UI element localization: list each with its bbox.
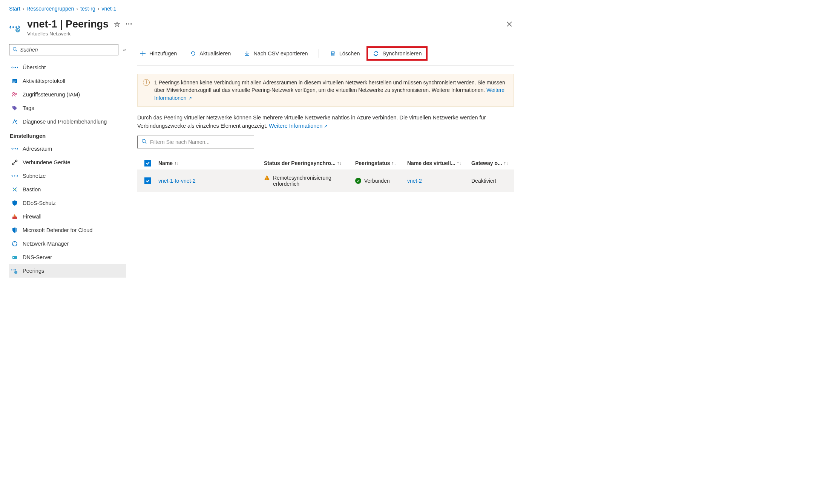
svg-point-15 bbox=[15, 93, 17, 95]
nav-diagnose[interactable]: Diagnose und Problembehandlung bbox=[9, 115, 126, 128]
nav-section-settings: Einstellungen bbox=[9, 128, 126, 142]
chevron-right-icon: › bbox=[76, 6, 78, 12]
sidebar-search-input[interactable] bbox=[20, 47, 115, 53]
main-content: Hinzufügen Aktualisieren Nach CSV export… bbox=[126, 44, 514, 278]
nav-ddos[interactable]: DDoS-Schutz bbox=[9, 196, 126, 210]
add-button[interactable]: Hinzufügen bbox=[137, 49, 179, 58]
svg-point-14 bbox=[13, 93, 15, 95]
description-link[interactable]: Weitere Informationen↗ bbox=[269, 123, 328, 129]
nav-dns[interactable]: DNS-Server bbox=[9, 250, 126, 264]
defender-icon bbox=[11, 227, 18, 234]
table-header-row: Name↑↓ Status der Peeringsynchro...↑↓ Pe… bbox=[137, 157, 514, 170]
access-control-icon bbox=[11, 91, 18, 98]
sidebar: « Übersicht Aktivitätsprotokoll bbox=[9, 44, 126, 278]
diagnose-icon bbox=[11, 118, 18, 125]
sync-button-highlight: Synchronisieren bbox=[366, 46, 428, 61]
svg-rect-23 bbox=[12, 217, 17, 219]
sort-icon[interactable]: ↑↓ bbox=[337, 160, 342, 166]
filter-box[interactable] bbox=[137, 136, 254, 148]
filter-input[interactable] bbox=[150, 139, 250, 145]
nav-label: DDoS-Schutz bbox=[23, 200, 56, 206]
svg-line-7 bbox=[16, 50, 17, 51]
nav-overview[interactable]: Übersicht bbox=[9, 61, 126, 74]
select-all-checkbox[interactable] bbox=[144, 160, 151, 166]
svg-point-19 bbox=[12, 163, 14, 165]
svg-point-18 bbox=[15, 148, 16, 150]
toolbar: Hinzufügen Aktualisieren Nach CSV export… bbox=[137, 44, 514, 66]
svg-point-0 bbox=[12, 26, 14, 28]
svg-point-33 bbox=[142, 139, 145, 142]
description: Durch das Peering virtueller Netzwerke k… bbox=[137, 113, 514, 130]
breadcrumb-item[interactable]: test-rg bbox=[80, 6, 95, 12]
tag-icon bbox=[11, 105, 18, 111]
nav-label: Peerings bbox=[23, 268, 44, 274]
col-header-name[interactable]: Name↑↓ bbox=[158, 160, 264, 166]
svg-line-34 bbox=[145, 142, 146, 144]
delete-button[interactable]: Löschen bbox=[327, 49, 362, 58]
trash-icon bbox=[330, 50, 336, 57]
external-link-icon: ↗ bbox=[188, 96, 192, 101]
svg-point-9 bbox=[15, 67, 16, 68]
chevron-right-icon: › bbox=[23, 6, 25, 12]
favorite-star-icon[interactable]: ☆ bbox=[114, 20, 120, 29]
svg-point-17 bbox=[14, 148, 15, 150]
svg-point-20 bbox=[15, 160, 17, 162]
breadcrumb-item[interactable]: Ressourcengruppen bbox=[26, 6, 74, 12]
collapse-sidebar-icon[interactable]: « bbox=[123, 47, 126, 53]
nav-subnets[interactable]: Subnetze bbox=[9, 169, 126, 183]
svg-point-27 bbox=[16, 244, 17, 246]
sort-icon[interactable]: ↑↓ bbox=[504, 160, 508, 166]
close-button[interactable] bbox=[505, 18, 514, 31]
nav-label: Subnetze bbox=[23, 173, 46, 179]
remote-vnet-link[interactable]: vnet-2 bbox=[407, 178, 422, 184]
nav-access-control[interactable]: Zugriffssteuerung (IAM) bbox=[9, 88, 126, 101]
row-checkbox[interactable] bbox=[144, 177, 151, 184]
table-row[interactable]: vnet-1-to-vnet-2 Remotesynchronisierung … bbox=[137, 170, 514, 192]
nav-address-space[interactable]: Adressraum bbox=[9, 142, 126, 156]
address-space-icon bbox=[11, 145, 18, 152]
nav-bastion[interactable]: Bastion bbox=[9, 183, 126, 196]
nav-label: Zugriffssteuerung (IAM) bbox=[23, 92, 80, 98]
peering-name-link[interactable]: vnet-1-to-vnet-2 bbox=[158, 178, 196, 184]
sync-button[interactable]: Synchronisieren bbox=[370, 49, 424, 58]
nav-firewall[interactable]: Firewall bbox=[9, 210, 126, 223]
svg-rect-29 bbox=[13, 257, 14, 258]
sort-icon[interactable]: ↑↓ bbox=[174, 160, 179, 166]
svg-rect-11 bbox=[13, 80, 16, 80]
col-header-sync-status[interactable]: Status der Peeringsynchro...↑↓ bbox=[264, 160, 355, 166]
nav-label: Adressraum bbox=[23, 146, 52, 152]
nav-tags[interactable]: Tags bbox=[9, 101, 126, 115]
nav-label: Firewall bbox=[23, 214, 41, 220]
refresh-button[interactable]: Aktualisieren bbox=[187, 49, 233, 58]
col-header-remote-vnet[interactable]: Name des virtuell...↑↓ bbox=[407, 160, 471, 166]
svg-point-25 bbox=[14, 241, 15, 243]
nav-defender[interactable]: Microsoft Defender for Cloud bbox=[9, 223, 126, 237]
vnet-icon bbox=[11, 64, 18, 71]
col-header-peering-status[interactable]: Peeringstatus↑↓ bbox=[355, 160, 407, 166]
nav-network-manager[interactable]: Netzwerk-Manager bbox=[9, 237, 126, 250]
nav-activity-log[interactable]: Aktivitätsprotokoll bbox=[9, 74, 126, 88]
sync-status-text: Remotesynchronisierung erforderlich bbox=[273, 175, 351, 187]
sort-icon[interactable]: ↑↓ bbox=[457, 160, 461, 166]
search-icon bbox=[141, 139, 147, 145]
export-csv-button[interactable]: Nach CSV exportieren bbox=[241, 49, 310, 58]
nav-label: Netzwerk-Manager bbox=[23, 241, 69, 247]
banner-text: 1 Peerings können keine Verbindung mit a… bbox=[154, 79, 505, 93]
peering-status-text: Verbunden bbox=[364, 178, 390, 184]
col-header-gateway[interactable]: Gateway o...↑↓ bbox=[471, 160, 514, 166]
resource-type-label: Virtuelles Netzwerk bbox=[27, 31, 132, 37]
more-menu-icon[interactable]: ··· bbox=[126, 20, 132, 28]
vnet-resource-icon bbox=[9, 21, 22, 34]
nav-label: Tags bbox=[23, 105, 34, 111]
svg-rect-28 bbox=[12, 256, 17, 259]
shield-icon bbox=[11, 200, 18, 206]
svg-point-31 bbox=[14, 270, 15, 270]
breadcrumb-item[interactable]: Start bbox=[9, 6, 20, 12]
bastion-icon bbox=[11, 186, 18, 193]
sort-icon[interactable]: ↑↓ bbox=[392, 160, 396, 166]
sidebar-search[interactable] bbox=[9, 44, 118, 55]
nav-connected-devices[interactable]: Verbundene Geräte bbox=[9, 156, 126, 169]
breadcrumb-item[interactable]: vnet-1 bbox=[101, 6, 116, 12]
peerings-icon bbox=[11, 267, 18, 274]
nav-peerings[interactable]: Peerings bbox=[9, 264, 126, 278]
